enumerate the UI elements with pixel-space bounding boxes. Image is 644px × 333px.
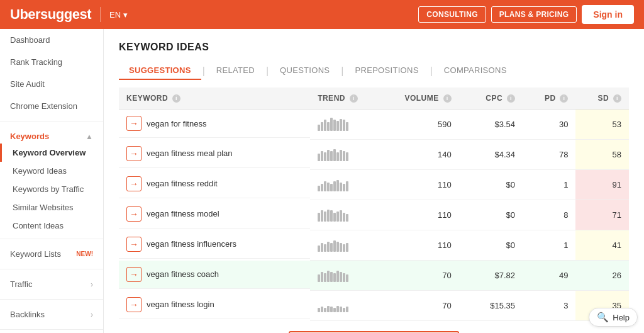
- sidebar-item-keyword-ideas[interactable]: Keyword Ideas: [0, 162, 103, 180]
- sidebar-item-backlinks[interactable]: Backlinks ›: [0, 303, 103, 325]
- table-row: →vegan for fitness590$3.543053: [119, 110, 629, 140]
- arrow-button[interactable]: →: [126, 116, 142, 131]
- main-content: KEYWORD IDEAS SUGGESTIONS | RELATED | QU…: [104, 29, 644, 333]
- trend-cell: [310, 291, 395, 321]
- keyword-cell: →vegan fitness reddit: [119, 170, 310, 198]
- sd-cell: 26: [575, 261, 629, 291]
- tab-questions[interactable]: QUESTIONS: [270, 62, 340, 80]
- sd-cell: 58: [575, 140, 629, 170]
- cpc-cell: $15.35: [459, 291, 523, 321]
- sidebar-item-keywords-by-traffic[interactable]: Keywords by Traffic: [0, 180, 103, 198]
- tab-div2: |: [265, 65, 270, 77]
- sd-info-icon[interactable]: i: [613, 94, 621, 103]
- arrow-button[interactable]: →: [126, 297, 142, 312]
- sidebar-item-content-ideas[interactable]: Content Ideas: [0, 217, 103, 235]
- cpc-cell: $7.82: [459, 261, 523, 291]
- keyword-cell: →vegan fitness model: [119, 200, 310, 229]
- col-cpc: CPC i: [459, 87, 523, 110]
- cpc-cell: $3.54: [459, 110, 523, 140]
- header-divider: [100, 7, 101, 22]
- cpc-info-icon[interactable]: i: [507, 94, 515, 103]
- signin-button[interactable]: Sign in: [582, 5, 634, 24]
- chevron-down-icon: ▾: [123, 10, 128, 20]
- sidebar-item-rank-tracking[interactable]: Rank Tracking: [0, 51, 103, 73]
- sidebar-item-dashboard[interactable]: Dashboard: [0, 29, 103, 51]
- trend-cell: [310, 200, 395, 230]
- arrow-button[interactable]: →: [126, 176, 142, 191]
- table-row: →vegan fitness login70$15.35335: [119, 291, 629, 321]
- help-button[interactable]: 🔍 Help: [589, 308, 638, 327]
- cpc-cell: $0: [459, 200, 523, 230]
- chevron-up-icon: ▲: [86, 132, 93, 141]
- keyword-text: vegan fitness meal plan: [147, 149, 233, 158]
- new-badge: NEW!: [76, 251, 93, 257]
- trend-info-icon[interactable]: i: [350, 94, 358, 103]
- pd-cell: 1: [523, 170, 575, 200]
- tab-div4: |: [429, 65, 434, 77]
- col-pd: PD i: [523, 87, 575, 110]
- volume-info-icon[interactable]: i: [443, 94, 452, 103]
- keyword-text: vegan fitness model: [147, 209, 219, 218]
- keyword-cell: →vegan for fitness: [119, 110, 310, 138]
- keyword-cell: →vegan fitness login: [119, 291, 310, 319]
- chevron-right-icon2: ›: [91, 310, 93, 319]
- language-selector[interactable]: EN ▾: [109, 10, 128, 20]
- table-row: →vegan fitness reddit110$0191: [119, 170, 629, 200]
- volume-cell: 140: [395, 140, 458, 170]
- help-search-icon: 🔍: [597, 312, 609, 323]
- col-trend: TREND i: [310, 87, 395, 110]
- trend-cell: [310, 261, 395, 291]
- tab-div3: |: [340, 65, 345, 77]
- sd-cell: 41: [575, 230, 629, 261]
- keyword-text: vegan fitness coach: [147, 269, 219, 279]
- plans-pricing-button[interactable]: PLANS & PRICING: [491, 6, 577, 23]
- arrow-button[interactable]: →: [126, 206, 142, 222]
- pd-cell: 30: [523, 110, 575, 140]
- keyword-ideas-section: KEYWORD IDEAS SUGGESTIONS | RELATED | QU…: [119, 42, 629, 333]
- arrow-button[interactable]: →: [126, 237, 142, 252]
- keyword-info-icon[interactable]: i: [172, 94, 180, 103]
- tab-related[interactable]: RELATED: [206, 62, 265, 80]
- divider3: [0, 269, 103, 269]
- tab-suggestions[interactable]: SUGGESTIONS: [119, 62, 201, 80]
- volume-cell: 110: [395, 200, 458, 230]
- table-row: →vegan fitness influencers110$0141: [119, 230, 629, 261]
- divider5: [0, 329, 103, 330]
- layout: Dashboard Rank Tracking Site Audit Chrom…: [0, 29, 644, 333]
- col-volume: VOLUME i: [395, 87, 458, 110]
- keyword-tabs: SUGGESTIONS | RELATED | QUESTIONS | PREP…: [119, 62, 629, 80]
- logo: Ubersuggest: [10, 6, 91, 23]
- sidebar: Dashboard Rank Tracking Site Audit Chrom…: [0, 29, 104, 333]
- keyword-cell: →vegan fitness meal plan: [119, 140, 310, 168]
- sidebar-item-keyword-lists[interactable]: Keyword Lists NEW!: [0, 243, 103, 265]
- sd-cell: 71: [575, 200, 629, 230]
- cpc-cell: $0: [459, 170, 523, 200]
- sidebar-item-traffic[interactable]: Traffic ›: [0, 273, 103, 295]
- cpc-cell: $4.34: [459, 140, 523, 170]
- pd-cell: 1: [523, 230, 575, 261]
- tab-prepositions[interactable]: PREPOSITIONS: [345, 62, 429, 80]
- pd-info-icon[interactable]: i: [560, 94, 568, 103]
- keywords-section[interactable]: Keywords ▲: [0, 125, 103, 144]
- keyword-text: vegan for fitness: [147, 119, 206, 128]
- arrow-button[interactable]: →: [126, 146, 142, 161]
- header: Ubersuggest EN ▾ CONSULTING PLANS & PRIC…: [0, 0, 644, 29]
- volume-cell: 110: [395, 230, 458, 261]
- sidebar-item-similar-websites[interactable]: Similar Websites: [0, 198, 103, 217]
- divider2: [0, 239, 103, 239]
- pd-cell: 78: [523, 140, 575, 170]
- pd-cell: 3: [523, 291, 575, 321]
- arrow-button[interactable]: →: [126, 267, 142, 282]
- table-row: →vegan fitness coach70$7.824926: [119, 261, 629, 291]
- trend-cell: [310, 140, 395, 170]
- sidebar-item-chrome-extension[interactable]: Chrome Extension: [0, 95, 103, 117]
- sidebar-item-site-audit[interactable]: Site Audit: [0, 73, 103, 95]
- table-row: →vegan fitness meal plan140$4.347858: [119, 140, 629, 170]
- col-sd: SD i: [575, 87, 629, 110]
- sidebar-item-keyword-overview[interactable]: Keyword Overview: [0, 144, 103, 162]
- consulting-button[interactable]: CONSULTING: [418, 6, 486, 23]
- keyword-text: vegan fitness influencers: [147, 239, 236, 249]
- keyword-ideas-title: KEYWORD IDEAS: [119, 42, 629, 53]
- tab-comparisons[interactable]: COMPARISONS: [434, 62, 517, 80]
- divider4: [0, 299, 103, 300]
